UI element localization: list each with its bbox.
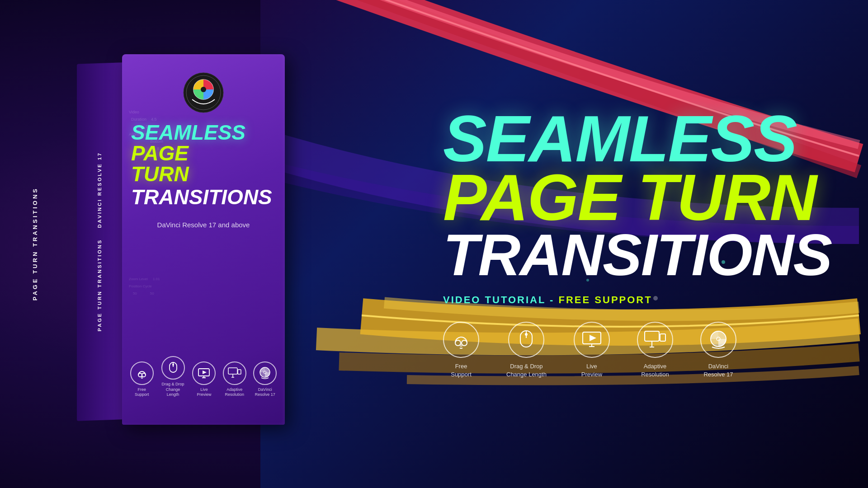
box-play-icon [192, 361, 216, 385]
feature-drag-drop: Drag & DropChange Length [506, 322, 547, 379]
davinci-logo-box [183, 72, 224, 113]
svg-rect-18 [238, 370, 241, 374]
feature-label-drag-drop: Drag & DropChange Length [506, 362, 547, 379]
tutorial-line: VIDEO TUTORIAL - FREE SUPPORT [443, 294, 832, 306]
box-icon-davinci: DaVinciResolve 17 [253, 361, 277, 398]
box-icon-label-free-support: FreeSupport [135, 387, 149, 398]
box-title-area: SEAMLESS PAGE TURN TRANSITIONS DaVinci R… [131, 122, 276, 229]
feature-label-davinci-resolve: DaVinciResolve 17 [703, 362, 733, 379]
right-content: SEAMLESS PAGE TURN TRANSITIONS VIDEO TUT… [416, 0, 868, 488]
feature-label-adaptive-resolution: AdaptiveResolution [641, 362, 669, 379]
svg-rect-33 [645, 331, 659, 341]
bottom-icons: FreeSupport Drag & DropChange Length [443, 322, 832, 379]
svg-rect-34 [660, 334, 665, 341]
monitor-icon-large [637, 322, 673, 358]
box-title-transitions: TRANSITIONS [131, 187, 276, 207]
free-support-text: FREE SUPPORT [559, 294, 652, 305]
svg-point-6 [201, 87, 206, 92]
box-mouse-icon [161, 356, 185, 380]
box-bg-ui-2: Zoom Level 1.01 Position Cycle 50 50 [129, 276, 278, 297]
box-front: Video Duration 4.5 130 Alignment Bottom … [122, 54, 285, 425]
box-area: Page Turn Transitions DaVinci Resolve 17 [41, 0, 294, 488]
main-title-turn: TURN [637, 168, 816, 227]
svg-point-12 [172, 364, 174, 366]
box-subtitle: DaVinci Resolve 17 and above [131, 221, 276, 229]
davinci-logo-svg [183, 72, 224, 113]
main-title-block: SEAMLESS PAGE TURN TRANSITIONS [443, 109, 832, 283]
svg-point-9 [141, 376, 143, 378]
box-icon-live-preview: LivePreview [192, 361, 216, 398]
svg-marker-30 [590, 335, 596, 341]
box-title-turn: TURN [131, 164, 276, 184]
feature-live-preview: LivePreview [574, 322, 610, 379]
svg-marker-14 [203, 371, 207, 374]
box-spine: Page Turn Transitions DaVinci Resolve 17 [77, 62, 122, 421]
svg-rect-17 [228, 368, 237, 374]
feature-label-live-preview: LivePreview [581, 362, 602, 379]
feature-label-free-support: FreeSupport [451, 362, 472, 379]
box-icons: FreeSupport Drag & DropChange Length [127, 356, 280, 398]
svg-point-24 [462, 340, 467, 346]
box-icon-free-support: FreeSupport [130, 361, 154, 398]
box-title-seamless: SEAMLESS [131, 122, 276, 143]
svg-point-25 [460, 344, 462, 347]
vertical-bar-text: PAGE TURN TRANSITIONS [32, 187, 38, 300]
headset-icon-large [443, 322, 479, 358]
box-headset-icon [130, 361, 154, 385]
main-title-seamless: SEAMLESS [443, 109, 832, 169]
box-icon-label-adaptive: AdaptiveResolution [225, 387, 245, 398]
box-icon-label-davinci: DaVinciResolve 17 [255, 387, 275, 398]
tutorial-text: VIDEO TUTORIAL - [443, 294, 559, 305]
svg-point-28 [525, 333, 528, 336]
spine-text: Page Turn Transitions DaVinci Resolve 17 [97, 152, 102, 332]
main-title-page: PAGE [443, 168, 637, 227]
box-davinci-icon [253, 361, 277, 385]
box-monitor-icon [223, 361, 246, 385]
feature-adaptive-resolution: AdaptiveResolution [637, 322, 673, 379]
box-icon-adaptive: AdaptiveResolution [223, 361, 246, 398]
mouse-icon-large [508, 322, 544, 358]
box-icon-drag-drop: Drag & DropChange Length [160, 356, 185, 398]
product-box: Page Turn Transitions DaVinci Resolve 17 [77, 54, 258, 425]
box-title-page: PAGE [131, 143, 276, 164]
play-icon-large [574, 322, 610, 358]
feature-davinci-resolve: DaVinciResolve 17 [700, 322, 736, 379]
davinci-icon-large [700, 322, 736, 358]
box-icon-label-drag-drop: Drag & DropChange Length [160, 382, 185, 398]
svg-point-23 [455, 340, 461, 346]
main-title-transitions: TRANSITIONS [443, 227, 832, 283]
box-icon-label-live-preview: LivePreview [197, 387, 211, 398]
feature-free-support: FreeSupport [443, 322, 479, 379]
